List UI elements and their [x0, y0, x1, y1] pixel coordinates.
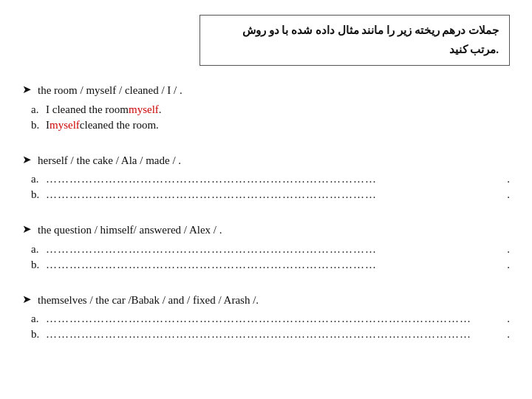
- period-3a: .: [507, 243, 510, 256]
- exercise-3-prompt: the question / himself/ answered / Alex …: [38, 222, 222, 239]
- exercise-3-prompt-line: ➤ the question / himself/ answered / Ale…: [22, 222, 510, 239]
- exercise-4-answer-a: a. ……………………………………………………………………………………………… …: [31, 313, 510, 325]
- exercise-3: ➤ the question / himself/ answered / Ale…: [22, 222, 510, 271]
- exercise-1-answer-b: b. I myself cleaned the room.: [31, 119, 510, 132]
- arrow-icon-2: ➤: [22, 153, 32, 166]
- label-1a: a.: [31, 103, 46, 116]
- exercise-2-answer-a: a. ………………………………………………………………………… .: [31, 173, 510, 185]
- label-4b: b.: [31, 328, 46, 341]
- exercise-1-answer-a: a. I cleaned the room myself.: [31, 103, 510, 116]
- exercise-4-answer-b: b. ……………………………………………………………………………………………… …: [31, 328, 510, 341]
- exercise-1-prompt-line: ➤ the room / myself / cleaned / I / .: [22, 82, 510, 99]
- instruction-line1: جملات درهم ریخته زیر را مانند مثال داده …: [211, 21, 499, 41]
- exercise-1: ➤ the room / myself / cleaned / I / . a.…: [22, 82, 510, 132]
- exercise-3-answer-a: a. ………………………………………………………………………… .: [31, 243, 510, 256]
- instruction-box: جملات درهم ریخته زیر را مانند مثال داده …: [200, 15, 510, 66]
- arrow-icon-3: ➤: [22, 222, 32, 236]
- label-3a: a.: [31, 243, 46, 256]
- dots-2a: …………………………………………………………………………: [46, 173, 504, 185]
- arrow-icon-4: ➤: [22, 293, 32, 306]
- label-4a: a.: [31, 313, 46, 325]
- period-2b: .: [507, 188, 510, 201]
- exercise-2-prompt-line: ➤ herself / the cake / Ala / made / .: [22, 152, 510, 169]
- exercise-4-prompt: themselves / the car /Babak / and / fixe…: [38, 292, 259, 309]
- example-a-suffix: .: [159, 103, 162, 116]
- dots-3b: …………………………………………………………………………: [46, 259, 504, 271]
- instruction-line2: .مرتب کنید: [211, 41, 499, 60]
- example-b-highlight: myself: [50, 119, 80, 132]
- period-3b: .: [507, 259, 510, 271]
- example-b-suffix: cleaned the room.: [80, 119, 159, 132]
- arrow-icon-1: ➤: [22, 83, 32, 96]
- dots-3a: …………………………………………………………………………: [46, 243, 504, 256]
- label-3b: b.: [31, 259, 46, 271]
- period-4a: .: [507, 313, 510, 325]
- exercise-3-answer-b: b. ………………………………………………………………………… .: [31, 259, 510, 271]
- dots-4a: ………………………………………………………………………………………………: [46, 313, 504, 325]
- label-2a: a.: [31, 173, 46, 185]
- exercise-2-answer-b: b. ………………………………………………………………………… .: [31, 188, 510, 201]
- exercise-2-prompt: herself / the cake / Ala / made / .: [38, 152, 181, 169]
- period-4b: .: [507, 328, 510, 341]
- label-2b: b.: [31, 188, 46, 201]
- exercise-1-prompt: the room / myself / cleaned / I / .: [38, 82, 183, 99]
- dots-2b: …………………………………………………………………………: [46, 188, 504, 201]
- period-2a: .: [507, 173, 510, 185]
- exercise-4-prompt-line: ➤ themselves / the car /Babak / and / fi…: [22, 292, 510, 309]
- label-1b: b.: [31, 119, 46, 132]
- example-a-prefix: I cleaned the room: [46, 103, 129, 116]
- dots-4b: ………………………………………………………………………………………………: [46, 328, 504, 341]
- exercise-2: ➤ herself / the cake / Ala / made / . a.…: [22, 152, 510, 202]
- example-a-highlight: myself: [129, 103, 159, 116]
- exercise-4: ➤ themselves / the car /Babak / and / fi…: [22, 292, 510, 341]
